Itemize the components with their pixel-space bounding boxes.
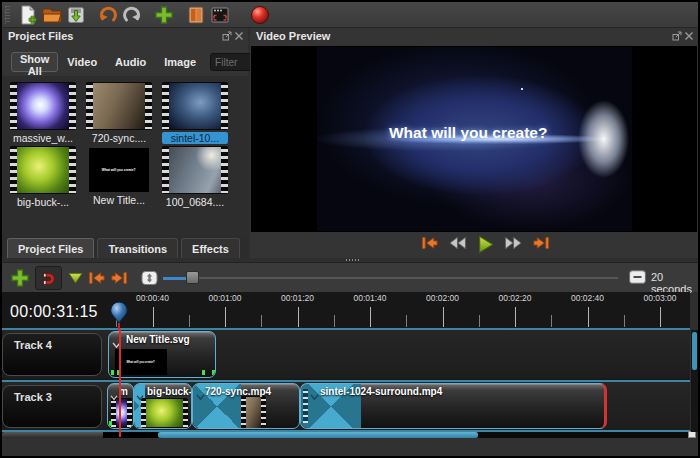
hscroll-gap bbox=[103, 432, 158, 438]
ruler-label: 00:02:40 bbox=[571, 293, 604, 303]
ruler-tick-major bbox=[298, 307, 299, 327]
clip-label: sintel-1024-surround.mp4 bbox=[320, 386, 442, 397]
file-item-new-title[interactable]: What will you create? New Title... bbox=[86, 146, 152, 206]
window-resize-grip[interactable] bbox=[685, 444, 695, 454]
play-icon bbox=[476, 235, 495, 254]
jump-end-button[interactable] bbox=[532, 235, 551, 253]
open-project-icon bbox=[42, 5, 62, 25]
undo-button[interactable] bbox=[96, 3, 120, 27]
toolbar-drag-handle[interactable] bbox=[5, 6, 10, 24]
export-video-button[interactable] bbox=[248, 3, 272, 27]
zoom-slider-handle[interactable] bbox=[186, 271, 199, 284]
track-4-header[interactable]: Track 4 bbox=[2, 333, 102, 376]
clip-fade-marker bbox=[212, 370, 215, 375]
clip-720-sync[interactable]: 720-sync.mp4 bbox=[192, 383, 300, 429]
ruler-label: 00:03:00 bbox=[643, 293, 676, 303]
new-project-button[interactable] bbox=[16, 3, 40, 27]
playhead-line bbox=[119, 329, 121, 437]
horizontal-scrollbar-track[interactable] bbox=[478, 432, 688, 438]
fullscreen-button[interactable] bbox=[208, 3, 232, 27]
fast-forward-button[interactable] bbox=[504, 235, 523, 253]
timeline-ruler[interactable]: 00:00:31:15 00:00:4000:01:0000:01:2000:0… bbox=[2, 292, 690, 330]
filter-show-all-button[interactable]: Show All bbox=[11, 52, 58, 72]
file-item-massive[interactable]: massive_w... bbox=[10, 82, 76, 144]
track-3-header[interactable]: Track 3 bbox=[2, 385, 102, 428]
save-project-icon bbox=[66, 5, 86, 25]
redo-button[interactable] bbox=[120, 3, 144, 27]
clip-sintel[interactable]: sintel-1024-surround.mp4 bbox=[300, 383, 607, 429]
play-button[interactable] bbox=[476, 235, 495, 253]
video-preview-panel-header: Video Preview bbox=[250, 28, 698, 45]
ruler-tick-major bbox=[660, 307, 661, 327]
jump-start-button[interactable] bbox=[420, 235, 439, 253]
video-preview-area[interactable]: What will you create? bbox=[251, 46, 697, 232]
redo-icon bbox=[122, 5, 142, 25]
clip-menu-chevron-icon[interactable] bbox=[110, 387, 118, 405]
file-label: 100_0684.... bbox=[162, 196, 228, 208]
filter-input[interactable] bbox=[210, 53, 255, 71]
clip-big-buck[interactable]: big-buck- bbox=[133, 383, 192, 429]
tab-transitions[interactable]: Transitions bbox=[97, 238, 178, 258]
ruler-tick-major bbox=[225, 307, 226, 327]
video-thumbnail bbox=[93, 83, 145, 129]
video-thumbnail bbox=[17, 147, 69, 193]
clip-new-title[interactable]: New Title.svg What will you create? bbox=[108, 331, 216, 378]
video-thumbnail bbox=[169, 147, 221, 193]
ruler-tick-minor bbox=[189, 315, 190, 327]
ruler-tick-major bbox=[515, 307, 516, 327]
video-overlay-text: What will you create? bbox=[389, 124, 547, 142]
center-playhead-icon bbox=[141, 271, 158, 285]
playhead-marker[interactable] bbox=[109, 301, 129, 331]
ruler-tick-minor bbox=[479, 315, 480, 327]
horizontal-scrollbar-thumb[interactable] bbox=[158, 432, 478, 438]
ruler-label: 00:02:20 bbox=[498, 293, 531, 303]
file-item-sintel[interactable]: sintel-10... bbox=[162, 82, 228, 144]
previous-marker-button[interactable] bbox=[87, 270, 106, 289]
open-project-button[interactable] bbox=[40, 3, 64, 27]
close-panel-icon[interactable] bbox=[234, 31, 244, 41]
filter-audio-button[interactable]: Audio bbox=[106, 52, 155, 72]
file-item-720sync[interactable]: 720-sync.... bbox=[86, 82, 152, 144]
clip-menu-chevron-icon[interactable] bbox=[136, 387, 144, 405]
zoom-scale-icon[interactable] bbox=[629, 270, 646, 284]
ruler-label: 00:01:20 bbox=[281, 293, 314, 303]
add-media-button[interactable] bbox=[152, 3, 176, 27]
ruler-tick-major bbox=[588, 307, 589, 327]
ruler-label: 00:02:00 bbox=[426, 293, 459, 303]
zoom-slider-track[interactable] bbox=[163, 277, 618, 279]
add-track-button[interactable] bbox=[10, 268, 30, 291]
snap-toggle-button[interactable] bbox=[35, 266, 62, 290]
video-thumbnail bbox=[17, 83, 69, 129]
float-panel-icon[interactable] bbox=[222, 31, 232, 41]
file-item-bigbuck[interactable]: big-buck-... bbox=[10, 146, 76, 208]
project-files-panel-header: Project Files bbox=[2, 28, 248, 45]
save-project-button[interactable] bbox=[64, 3, 88, 27]
file-label-selected: sintel-10... bbox=[162, 132, 228, 144]
new-project-icon bbox=[18, 5, 38, 25]
add-marker-button[interactable] bbox=[68, 272, 83, 287]
clip-label: big-buck- bbox=[147, 386, 192, 397]
file-label: massive_w... bbox=[10, 132, 76, 144]
choose-profile-button[interactable] bbox=[184, 3, 208, 27]
float-panel-icon[interactable] bbox=[672, 31, 682, 41]
filter-image-button[interactable]: Image bbox=[155, 52, 205, 72]
filter-video-button[interactable]: Video bbox=[58, 52, 106, 72]
next-marker-button[interactable] bbox=[110, 270, 129, 289]
previous-marker-icon bbox=[87, 270, 106, 286]
clip-menu-chevron-icon[interactable] bbox=[310, 387, 319, 405]
clip-fade-marker bbox=[109, 421, 112, 426]
clip-fade-marker bbox=[111, 370, 114, 375]
vertical-scrollbar-track[interactable] bbox=[691, 330, 698, 432]
rewind-button[interactable] bbox=[448, 235, 467, 253]
jump-start-icon bbox=[420, 235, 439, 251]
file-item-100-0684[interactable]: 100_0684.... bbox=[162, 146, 228, 208]
vertical-scrollbar-thumb[interactable] bbox=[692, 332, 697, 370]
title-thumbnail: What will you create? bbox=[89, 148, 149, 192]
clip-menu-chevron-icon[interactable] bbox=[196, 387, 205, 405]
tab-effects[interactable]: Effects bbox=[181, 238, 240, 258]
tab-project-files[interactable]: Project Files bbox=[7, 238, 94, 258]
rewind-icon bbox=[448, 236, 467, 250]
clip-label: New Title.svg bbox=[126, 334, 190, 345]
center-playhead-button[interactable] bbox=[141, 271, 158, 288]
close-panel-icon[interactable] bbox=[684, 31, 694, 41]
